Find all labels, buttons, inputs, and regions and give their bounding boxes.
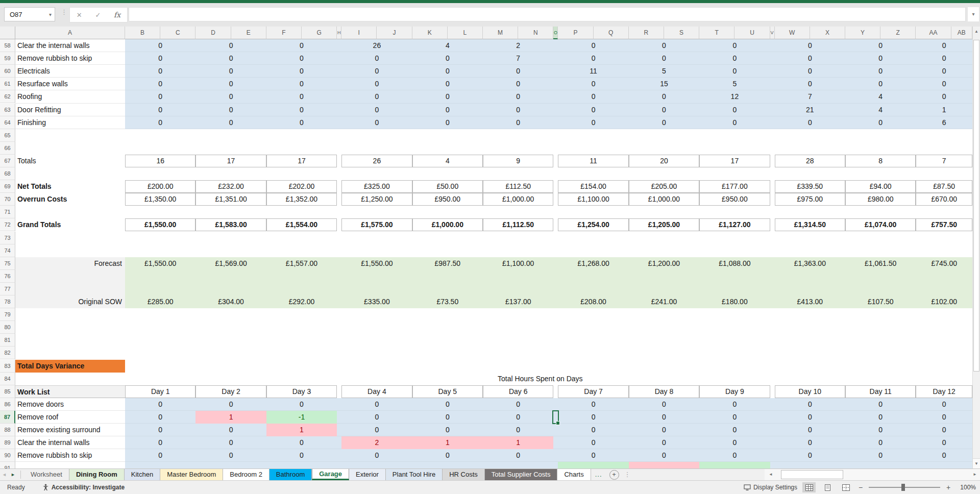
day-header[interactable]: Day 2 [195,385,266,398]
insert-function-icon[interactable]: fx [114,11,120,19]
column-header-I[interactable]: I [341,27,377,39]
row-header-73[interactable]: 73 [0,232,15,244]
cell-value[interactable]: 12 [699,90,770,103]
forecast-cell-value[interactable]: £304.00 [195,295,266,308]
row-header-63[interactable]: 63 [0,104,15,116]
cell-value[interactable]: 0 [266,116,337,129]
summary-cell-value[interactable]: £1,100.00 [558,193,628,206]
row-header-65[interactable]: 65 [0,129,15,142]
cell-value[interactable]: 0 [629,449,699,462]
sheet-tab-exterior[interactable]: Exterior [349,469,386,480]
cell-value[interactable]: 0 [845,424,916,436]
cell-value[interactable]: 0 [195,436,266,449]
cell-value[interactable]: 0 [125,65,195,78]
task-label[interactable]: Clear the internal walls [17,39,124,52]
conditional-cell-bad[interactable]: 1 [195,411,266,424]
zoom-slider[interactable] [869,482,940,492]
summary-cell-value[interactable]: £1,350.00 [125,193,195,206]
conditional-cell-bad[interactable]: 1 [266,424,337,436]
cell-value[interactable]: 4 [845,104,916,116]
forecast-cell-value[interactable]: £107.50 [845,295,916,308]
summary-cell-value[interactable]: 7 [916,155,972,167]
row-header-67[interactable]: 67 [0,155,15,167]
summary-cell-value[interactable]: 17 [699,155,770,167]
summary-cell-value[interactable]: 8 [845,155,916,167]
cell-value[interactable]: 0 [916,398,972,411]
cell-value[interactable]: 0 [558,424,628,436]
forecast-cell-value[interactable]: £137.00 [483,295,553,308]
summary-cell-value[interactable]: £1,074.00 [845,218,916,231]
cell-value[interactable]: 4 [412,39,483,52]
summary-row-label[interactable]: Grand Totals [17,218,124,231]
cell-value[interactable]: 2 [483,39,553,52]
cell-value[interactable]: 0 [266,39,337,52]
cell-value[interactable]: 0 [916,78,972,90]
cell-value[interactable]: 0 [195,39,266,52]
task-label[interactable]: Electricals [17,65,124,78]
cell-value[interactable]: 0 [558,104,628,116]
cell-value[interactable]: 0 [341,116,412,129]
summary-cell-value[interactable]: £1,127.00 [699,218,770,231]
summary-cell-value[interactable]: £94.00 [845,180,916,193]
row-header-62[interactable]: 62 [0,90,15,103]
column-header-G[interactable]: G [302,27,337,39]
row-header-71[interactable]: 71 [0,206,15,218]
cell-value[interactable]: 0 [629,411,699,424]
cell-value[interactable]: 0 [341,398,412,411]
forecast-row-label[interactable]: Original SOW [15,295,122,308]
column-header-D[interactable]: D [195,27,231,39]
cell-value[interactable]: 0 [195,65,266,78]
forecast-cell-value[interactable]: £1,557.00 [266,257,337,270]
cell-value[interactable]: 0 [195,116,266,129]
row-header-88[interactable]: 88 [0,424,15,436]
task-label[interactable]: Remove roof [17,411,124,424]
forecast-row-label[interactable]: Forecast [15,257,122,270]
cell-value[interactable]: 0 [412,52,483,65]
cell-value[interactable]: 0 [916,39,972,52]
cell-value[interactable]: 0 [412,398,483,411]
summary-cell-value[interactable]: £87.50 [916,180,972,193]
accessibility-label[interactable]: Accessibility: Investigate [52,484,125,491]
column-header-Z[interactable]: Z [880,27,916,39]
cell-value[interactable]: 0 [699,398,770,411]
sheet-tab-bedroom-2[interactable]: Bedroom 2 [223,469,270,480]
row-header-75[interactable]: 75 [0,257,15,270]
cell-value[interactable]: 0 [483,78,553,90]
row-header-58[interactable]: 58 [0,39,15,52]
cell-value[interactable]: 0 [775,116,845,129]
cell-value[interactable]: 15 [629,78,699,90]
row-header-81[interactable]: 81 [0,334,15,347]
work-list-header-cell[interactable]: Work List [15,385,125,398]
summary-cell-value[interactable]: £1,314.50 [775,218,845,231]
cell-value[interactable]: 0 [845,39,916,52]
forecast-cell-value[interactable]: £1,088.00 [699,257,770,270]
day-header[interactable]: Day 8 [629,385,699,398]
cell-value[interactable]: 0 [775,65,845,78]
summary-cell-value[interactable]: £202.00 [266,180,337,193]
forecast-cell-value[interactable]: £1,550.00 [341,257,412,270]
cell-value[interactable]: 0 [775,398,845,411]
task-label[interactable]: Remove rubbish to skip [17,52,124,65]
conditional-cell-bad[interactable]: 1 [483,436,553,449]
row-header-69[interactable]: 69 [0,180,15,193]
cell-value[interactable]: 0 [916,90,972,103]
summary-cell-value[interactable]: £200.00 [125,180,195,193]
column-header-E[interactable]: E [231,27,266,39]
row-header-77[interactable]: 77 [0,283,15,295]
cell-value[interactable]: 0 [916,65,972,78]
cell-value[interactable]: 0 [266,436,337,449]
cell-value[interactable]: 0 [558,436,628,449]
forecast-cell-value[interactable]: £1,550.00 [125,257,195,270]
task-label[interactable]: Remove rubbish to skip [17,449,124,462]
task-label[interactable]: Door Refitting [17,104,124,116]
summary-cell-value[interactable]: 17 [195,155,266,167]
cell-value[interactable]: 0 [558,39,628,52]
sheet-tab-charts[interactable]: Charts [557,469,591,480]
sheet-tab-hr-costs[interactable]: HR Costs [443,469,485,480]
cell-value[interactable]: 0 [629,52,699,65]
sheet-tab-plant-tool-hire[interactable]: Plant Tool Hire [386,469,443,480]
view-page-break-button[interactable] [839,482,852,492]
summary-cell-value[interactable]: 26 [341,155,412,167]
cell-value[interactable]: 0 [483,104,553,116]
cell-value[interactable]: 0 [483,90,553,103]
